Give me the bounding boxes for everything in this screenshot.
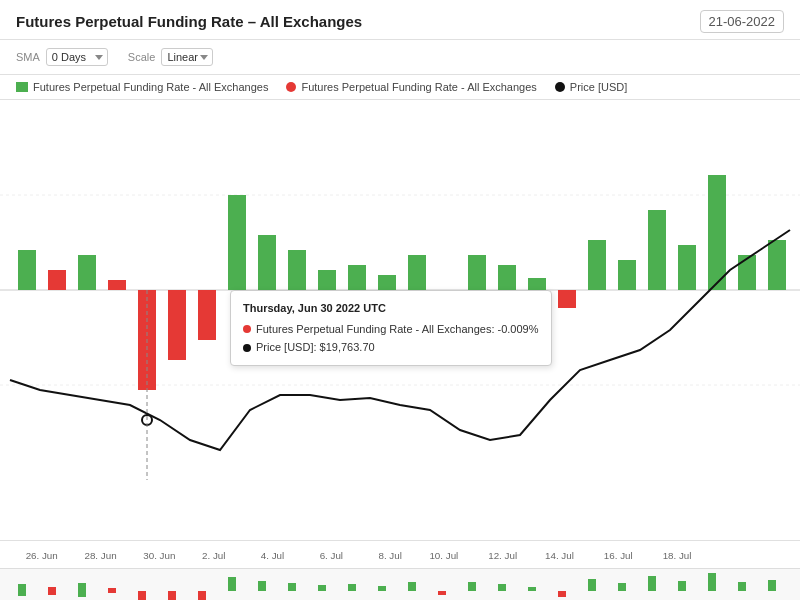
legend-dot-black <box>555 82 565 92</box>
svg-rect-43 <box>378 586 386 591</box>
scale-control: Scale Linear Log <box>128 48 214 66</box>
svg-rect-27 <box>738 255 756 290</box>
svg-rect-44 <box>408 582 416 591</box>
tooltip-funding-text: Futures Perpetual Funding Rate - All Exc… <box>256 320 539 339</box>
legend-bar-icon <box>16 82 28 92</box>
sma-select[interactable]: 0 Days 7 Days 14 Days 30 Days <box>46 48 108 66</box>
svg-rect-10 <box>228 195 246 290</box>
svg-rect-36 <box>168 591 176 600</box>
x-label-12: 18. Jul <box>663 549 692 560</box>
legend-bar-label: Futures Perpetual Funding Rate - All Exc… <box>33 81 268 93</box>
chart-legend: Futures Perpetual Funding Rate - All Exc… <box>0 75 800 100</box>
svg-rect-41 <box>318 585 326 591</box>
svg-rect-4 <box>48 270 66 290</box>
tooltip-dot-red <box>243 325 251 333</box>
svg-rect-19 <box>498 265 516 290</box>
legend-perp-label: Futures Perpetual Funding Rate - All Exc… <box>301 81 536 93</box>
page-header: Futures Perpetual Funding Rate – All Exc… <box>0 0 800 40</box>
svg-rect-46 <box>468 582 476 591</box>
x-label-1: 26. Jun <box>26 549 58 560</box>
svg-rect-45 <box>438 591 446 595</box>
svg-rect-14 <box>348 265 366 290</box>
legend-item-bar: Futures Perpetual Funding Rate - All Exc… <box>16 81 268 93</box>
svg-rect-15 <box>378 275 396 290</box>
tooltip-dot-black <box>243 344 251 352</box>
svg-rect-22 <box>588 240 606 290</box>
svg-rect-18 <box>468 255 486 290</box>
svg-rect-47 <box>498 584 506 591</box>
svg-rect-16 <box>408 255 426 290</box>
svg-rect-37 <box>198 591 206 600</box>
mini-chart-svg: 26. Jun 28. Jun 30. Jun 2. Jul 4. Jul 6.… <box>0 569 800 600</box>
x-label-5: 4. Jul <box>261 549 284 560</box>
x-label-10: 14. Jul <box>545 549 574 560</box>
svg-rect-54 <box>708 573 716 591</box>
svg-rect-12 <box>288 250 306 290</box>
svg-rect-53 <box>678 581 686 591</box>
svg-rect-13 <box>318 270 336 290</box>
svg-rect-5 <box>78 255 96 290</box>
x-axis: 26. Jun 28. Jun 30. Jun 2. Jul 4. Jul 6.… <box>0 540 800 568</box>
x-label-8: 10. Jul <box>429 549 458 560</box>
scale-select[interactable]: Linear Log <box>161 48 213 66</box>
legend-price-label: Price [USD] <box>570 81 627 93</box>
page-title: Futures Perpetual Funding Rate – All Exc… <box>16 13 362 30</box>
x-label-4: 2. Jul <box>202 549 225 560</box>
sma-control: SMA 0 Days 7 Days 14 Days 30 Days <box>16 48 108 66</box>
tooltip-row-funding: Futures Perpetual Funding Rate - All Exc… <box>243 320 539 339</box>
svg-rect-35 <box>138 591 146 600</box>
svg-rect-25 <box>678 245 696 290</box>
chart-tooltip: Thursday, Jun 30 2022 UTC Futures Perpet… <box>230 290 552 366</box>
x-label-11: 16. Jul <box>604 549 633 560</box>
svg-rect-31 <box>18 584 26 596</box>
svg-rect-56 <box>768 580 776 591</box>
x-label-2: 28. Jun <box>84 549 116 560</box>
scale-label: Scale <box>128 51 156 63</box>
svg-rect-3 <box>18 250 36 290</box>
tooltip-price-text: Price [USD]: $19,763.70 <box>256 338 375 357</box>
legend-dot-red <box>286 82 296 92</box>
svg-rect-8 <box>168 290 186 360</box>
sma-label: SMA <box>16 51 40 63</box>
svg-rect-34 <box>108 588 116 593</box>
svg-rect-55 <box>738 582 746 591</box>
svg-rect-51 <box>618 583 626 591</box>
svg-rect-50 <box>588 579 596 591</box>
svg-rect-33 <box>78 583 86 597</box>
svg-rect-32 <box>48 587 56 595</box>
tooltip-row-price: Price [USD]: $19,763.70 <box>243 338 539 357</box>
x-label-6: 6. Jul <box>320 549 343 560</box>
header-date: 21-06-2022 <box>700 10 785 33</box>
mini-chart[interactable]: 26. Jun 28. Jun 30. Jun 2. Jul 4. Jul 6.… <box>0 568 800 600</box>
tooltip-title: Thursday, Jun 30 2022 UTC <box>243 299 539 318</box>
svg-rect-21 <box>558 290 576 308</box>
svg-rect-48 <box>528 587 536 591</box>
svg-rect-26 <box>708 175 726 290</box>
x-label-3: 30. Jun <box>143 549 175 560</box>
svg-rect-49 <box>558 591 566 597</box>
x-label-7: 8. Jul <box>378 549 401 560</box>
svg-rect-39 <box>258 581 266 591</box>
legend-item-price: Price [USD] <box>555 81 627 93</box>
svg-rect-23 <box>618 260 636 290</box>
x-label-9: 12. Jul <box>488 549 517 560</box>
svg-rect-20 <box>528 278 546 290</box>
controls-bar: SMA 0 Days 7 Days 14 Days 30 Days Scale … <box>0 40 800 75</box>
svg-rect-40 <box>288 583 296 591</box>
main-chart-area: glassnode <box>0 100 800 540</box>
svg-rect-38 <box>228 577 236 591</box>
svg-rect-28 <box>768 240 786 290</box>
svg-rect-6 <box>108 280 126 290</box>
x-axis-svg: 26. Jun 28. Jun 30. Jun 2. Jul 4. Jul 6.… <box>8 541 792 569</box>
svg-rect-11 <box>258 235 276 290</box>
svg-rect-52 <box>648 576 656 591</box>
svg-rect-24 <box>648 210 666 290</box>
legend-item-perp: Futures Perpetual Funding Rate - All Exc… <box>286 81 536 93</box>
svg-rect-9 <box>198 290 216 340</box>
svg-rect-42 <box>348 584 356 591</box>
